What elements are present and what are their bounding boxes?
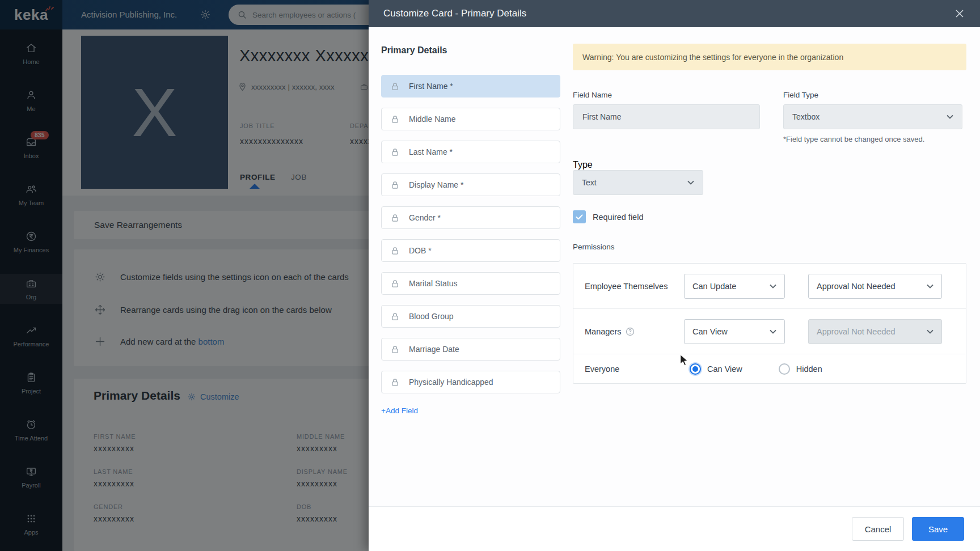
field-item-dob[interactable]: DOB * — [381, 239, 560, 262]
field-item-display-name[interactable]: Display Name * — [381, 173, 560, 196]
customize-card-drawer: Customize Card - Primary Details Primary… — [369, 0, 980, 551]
field-item-marital-status[interactable]: Marital Status — [381, 272, 560, 295]
close-icon — [955, 9, 964, 18]
employee-approval-select[interactable]: Approval Not Needed — [808, 274, 942, 299]
chevron-down-icon — [770, 284, 776, 289]
help-circle-icon[interactable] — [626, 327, 635, 336]
permission-row-everyone: Everyone Can View Hidden — [573, 354, 966, 383]
permission-row-employee: Employee Themselves Can Update Approval … — [573, 264, 966, 309]
screen: keka Home Me 835 Inbox My Team — [0, 0, 980, 551]
save-button[interactable]: Save — [912, 517, 964, 541]
required-label: Required field — [593, 213, 643, 222]
field-item-first-name[interactable]: First Name * — [381, 75, 560, 98]
field-list: First Name * Middle Name Last Name * Dis… — [381, 75, 560, 393]
lock-icon — [391, 312, 399, 321]
field-name-block: Field Name First Name — [573, 91, 760, 143]
permission-who: Everyone — [585, 364, 684, 374]
required-checkbox[interactable] — [573, 210, 586, 223]
radio-unselected[interactable] — [779, 363, 790, 375]
lock-icon — [391, 115, 399, 124]
field-list-column: Primary Details First Name * Middle Name… — [381, 27, 560, 416]
field-type-select[interactable]: Textbox — [783, 104, 962, 129]
field-item-marriage-date[interactable]: Marriage Date — [381, 338, 560, 361]
field-type-label: Field Type — [783, 91, 962, 99]
drawer-header: Customize Card - Primary Details — [369, 0, 980, 27]
managers-approval-select: Approval Not Needed — [808, 319, 942, 344]
add-field-link[interactable]: +Add Field — [381, 406, 418, 415]
required-field-checkbox-row[interactable]: Required field — [573, 210, 966, 223]
lock-icon — [391, 82, 399, 91]
managers-access-select[interactable]: Can View — [684, 319, 785, 344]
permission-who: Employee Themselves — [585, 282, 684, 291]
drawer-footer: Cancel Save — [369, 506, 980, 551]
chevron-down-icon — [770, 329, 776, 334]
lock-icon — [391, 345, 399, 354]
drawer-title: Customize Card - Primary Details — [383, 8, 954, 19]
warning-banner: Warning: You are customizing the setting… — [573, 44, 966, 70]
everyone-hidden-option[interactable]: Hidden — [779, 363, 822, 375]
field-item-middle-name[interactable]: Middle Name — [381, 108, 560, 130]
chevron-down-icon — [947, 115, 953, 119]
check-icon — [576, 214, 583, 220]
field-name-input[interactable]: First Name — [573, 104, 760, 129]
employee-access-select[interactable]: Can Update — [684, 274, 785, 299]
type-label: Type — [573, 160, 966, 170]
permissions-title: Permissions — [573, 243, 966, 251]
permissions-table: Employee Themselves Can Update Approval … — [573, 263, 966, 384]
close-button[interactable] — [954, 8, 965, 19]
field-list-heading: Primary Details — [381, 45, 560, 56]
lock-icon — [391, 181, 399, 189]
field-item-gender[interactable]: Gender * — [381, 206, 560, 229]
type-select[interactable]: Text — [573, 170, 703, 195]
cancel-button[interactable]: Cancel — [852, 517, 904, 541]
type-block: Type Text — [573, 160, 966, 195]
chevron-down-icon — [927, 329, 933, 334]
permission-who: Managers — [585, 327, 684, 336]
chevron-down-icon — [927, 284, 933, 289]
lock-icon — [391, 148, 399, 156]
field-item-blood-group[interactable]: Blood Group — [381, 305, 560, 328]
everyone-can-view-option[interactable]: Can View — [690, 363, 742, 375]
drawer-body: Primary Details First Name * Middle Name… — [369, 27, 980, 506]
permission-row-managers: Managers Can View Approval Not Needed — [573, 309, 966, 354]
chevron-down-icon — [687, 180, 694, 185]
field-name-label: Field Name — [573, 91, 760, 99]
lock-icon — [391, 214, 399, 222]
field-type-block: Field Type Textbox *Field type cannot be… — [783, 91, 962, 143]
lock-icon — [391, 247, 399, 255]
field-item-physically-handicapped[interactable]: Physically Handicapped — [381, 371, 560, 393]
field-settings-column: Warning: You are customizing the setting… — [573, 27, 966, 384]
field-item-last-name[interactable]: Last Name * — [381, 141, 560, 163]
mouse-cursor — [679, 354, 690, 366]
lock-icon — [391, 279, 399, 288]
lock-icon — [391, 378, 399, 387]
radio-selected[interactable] — [690, 363, 701, 375]
field-type-note: *Field type cannot be changed once saved… — [783, 135, 962, 143]
